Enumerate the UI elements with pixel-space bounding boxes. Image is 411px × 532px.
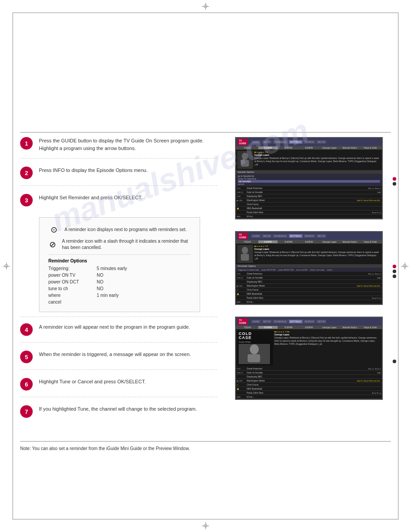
tv-featured-info-3: ■■ ▲▲▲▲ ⊙ ⊞ ■ George Lopez George Lopez … bbox=[274, 330, 381, 365]
tv-tab3-search: SEARCH bbox=[304, 320, 316, 323]
tv-time2-800: 8:00PM bbox=[258, 240, 278, 243]
reg-mark-top bbox=[202, 3, 209, 10]
tv-reminder-triggering: Triggering: 5 minutes early bbox=[238, 269, 259, 271]
tv-ch-show-cbs15: DAD bbox=[292, 191, 381, 193]
cold-case-panel: COLDCASE Tonight 10/9pm bbox=[237, 330, 273, 365]
tv-featured-info-1: ■■ ▲▲▲▲ ⊙ ⊞ George Lopez George Lopez 'W… bbox=[254, 151, 381, 169]
reminder-cancel-row: cancel bbox=[48, 300, 191, 305]
tv-logo-3: TVGUIDE bbox=[238, 318, 248, 325]
tv-ch2-pbs: ▶ CBS Washington Week Wall St. Week NOW … bbox=[236, 284, 382, 288]
tv-tab3-setup: SETUP bbox=[262, 320, 272, 323]
reminder-cancel-label: cancel bbox=[48, 300, 61, 305]
reminder-where-row: where 1 min early bbox=[48, 293, 191, 298]
tv-tab-search: SEARCH bbox=[304, 140, 316, 144]
tv-time-800: 8:00PM bbox=[258, 146, 278, 149]
tv-ch-badge-fox: FOX bbox=[237, 187, 246, 189]
tv-program2-featured: George Lopez bbox=[320, 240, 339, 243]
tv-tab3-setup2: SETUP bbox=[316, 320, 326, 323]
tv-channel-list-3: FOX Great American Man vs. Beast 2 CBS 1… bbox=[236, 367, 382, 399]
tv-ch-show-cnn: Barry N e g bbox=[292, 211, 381, 214]
tv-tab-settings: SETTINGS bbox=[289, 140, 303, 144]
tv-ch3-fox: FOX Great American Man vs. Beast 2 bbox=[236, 367, 382, 371]
screenshot-1-container: TVGUIDE GUIDE SETUP SCHEDULE SETTINGS SE… bbox=[226, 137, 391, 226]
tv-logo-2: TVGUIDE bbox=[238, 233, 248, 239]
cold-case-subtext: Tonight 10/9pm bbox=[239, 341, 272, 343]
tv-ch-name-cnn: Paula Zahn Now bbox=[246, 211, 292, 214]
step-7-number: 7 bbox=[20, 405, 33, 418]
tv-featured-3: COLDCASE Tonight 10/9pm bbox=[236, 329, 382, 367]
step-1-number: 1 bbox=[20, 137, 33, 150]
tv-ch-row-cnn: Paula Zahn Now Barry N e g bbox=[236, 210, 382, 215]
reg-mark-bottom bbox=[202, 522, 209, 529]
bullet-red-2 bbox=[393, 265, 396, 268]
reminder-tune-label: tune to ch bbox=[48, 286, 93, 291]
bottom-note-area: Note: You can also set a reminder from t… bbox=[20, 441, 391, 451]
top-content-area bbox=[20, 20, 391, 132]
tv-ch-name-amc: Id mo... bbox=[246, 215, 292, 218]
reminder-tune-value: NO bbox=[97, 286, 103, 291]
tv-ch2-nbc: Displaying NBC bbox=[236, 280, 382, 284]
tv-ch-row-cbs15: CBS 15 Gain on Arcadia DAD bbox=[236, 190, 382, 194]
tv-featured-img-1 bbox=[237, 151, 253, 169]
tv-screenshot-1: TVGUIDE GUIDE SETUP SCHEDULE SETTINGS SE… bbox=[235, 137, 383, 219]
step-4-text: A reminder icon will appear next to the … bbox=[39, 323, 217, 331]
tv-menu-cancel: cancel bbox=[238, 183, 380, 185]
tv-ch2-q: 🔔 NBA Basketball bbox=[236, 292, 382, 296]
tv-reminder-power-dct: power ON DCT NO bbox=[278, 269, 294, 271]
step-4-number: 4 bbox=[20, 323, 33, 336]
tv-ch-name-cbs15: Gain on Arcadia bbox=[246, 191, 292, 193]
tv-ch-badge-cbs15: CBS 15 bbox=[237, 191, 246, 193]
tv-featured-desc-2: George Lopez 'Weekend at Benny's' [Sitco… bbox=[254, 251, 381, 260]
tv-reminder-label-2: Reminder Options bbox=[238, 265, 256, 267]
tv-tab-setup2: SETUP bbox=[316, 140, 326, 144]
reminder-power-dct-label: power ON DCT bbox=[48, 279, 93, 284]
tv-program3-later: Hope & Faith bbox=[360, 326, 380, 329]
icon-row-1: ⊙ A reminder icon displays next to progr… bbox=[48, 225, 191, 235]
tv-ch3-q: 🔔 NBA Basketball bbox=[236, 387, 382, 391]
tv-ch-row-amc: AMC Id mo... bbox=[236, 215, 382, 219]
page-border-top bbox=[13, 13, 398, 13]
tv-tab2-search: SEARCH bbox=[304, 234, 316, 238]
svg-point-7 bbox=[250, 344, 259, 354]
tv-option-label: Episode Options bbox=[238, 171, 254, 173]
tv-ch2-cnn: Paula Zahn Now Barry N e g bbox=[236, 296, 382, 300]
tv-reminder-tune-ch: tune to ch NO bbox=[296, 269, 308, 271]
reminder-triggering-label: Triggering: bbox=[48, 266, 93, 271]
tv-nav-tabs-2: GUIDE SETUP SCHEDULE SETTINGS SEARCH SET… bbox=[251, 234, 380, 238]
tv-reminder-where: where 1 min early bbox=[310, 269, 325, 271]
svg-rect-5 bbox=[241, 254, 249, 261]
reminder-power-tv-value: NO bbox=[97, 273, 103, 278]
reminder-cancelled-desc: A reminder icon with a slash through it … bbox=[62, 238, 191, 251]
screenshot-3-container: TVGUIDE GUIDE SETUP SCHEDULE SETTINGS SE… bbox=[226, 317, 391, 406]
tv-featured-desc-1: George Lopez 'Weekend at Benny's' [Sitco… bbox=[254, 157, 381, 166]
tv-ch-name-nbc: Displaying NBC bbox=[246, 195, 292, 197]
tv-ch3-amc: AMC Id mo... bbox=[236, 395, 382, 399]
reminder-power-tv-row: power ON TV NO bbox=[48, 273, 191, 278]
tv-ch2-amc: AMC Id mo... bbox=[236, 300, 382, 304]
tv-tab-schedule: SCHEDULE bbox=[273, 140, 287, 144]
step-6-number: 6 bbox=[20, 378, 33, 390]
tv-ch2-cbs15: CBS 15 Gain on Arcadia DAD bbox=[236, 276, 382, 280]
tv-time-row-1: TODAY 8:00PM 8:30PM 9:00PM George Lopez … bbox=[236, 146, 382, 150]
tv-time3-800: 8:00PM bbox=[258, 326, 278, 329]
cold-case-title: COLDCASE bbox=[239, 332, 272, 340]
tv-ch-row-c: C Chris Farrar bbox=[236, 202, 382, 206]
bottom-note-text: Note: You can also set a reminder from t… bbox=[20, 446, 391, 451]
tv-header-2: TVGUIDE GUIDE SETUP SCHEDULE SETTINGS SE… bbox=[236, 232, 382, 240]
tv-featured-title-3: George Lopez bbox=[274, 333, 381, 336]
tv-ch-badge-amc: AMC bbox=[237, 215, 246, 218]
tv-reminder-bar-2: Reminder Options bbox=[236, 264, 382, 268]
tv-time-today: TODAY bbox=[238, 146, 257, 149]
tv-featured-area-3: COLDCASE Tonight 10/9pm bbox=[236, 329, 382, 367]
tv-tab-guide: GUIDE bbox=[251, 140, 261, 144]
reminder-set-icon: ⊙ bbox=[48, 225, 59, 235]
tv-reminder-power-tv: power ON TV NO bbox=[261, 269, 275, 271]
step-5-number: 5 bbox=[20, 351, 33, 363]
tv-time-830: 8:30PM bbox=[278, 146, 298, 149]
tv-tab2-setup2: SETUP bbox=[316, 234, 326, 238]
reminder-options-label: Reminder Options bbox=[48, 258, 191, 263]
tv-channel-list-1: FOX Great American Man vs. Beast 2 CBS 1… bbox=[236, 186, 382, 219]
page-border-right bbox=[398, 13, 398, 519]
tv-featured-img-2 bbox=[237, 245, 253, 263]
step-2-number: 2 bbox=[20, 167, 33, 179]
